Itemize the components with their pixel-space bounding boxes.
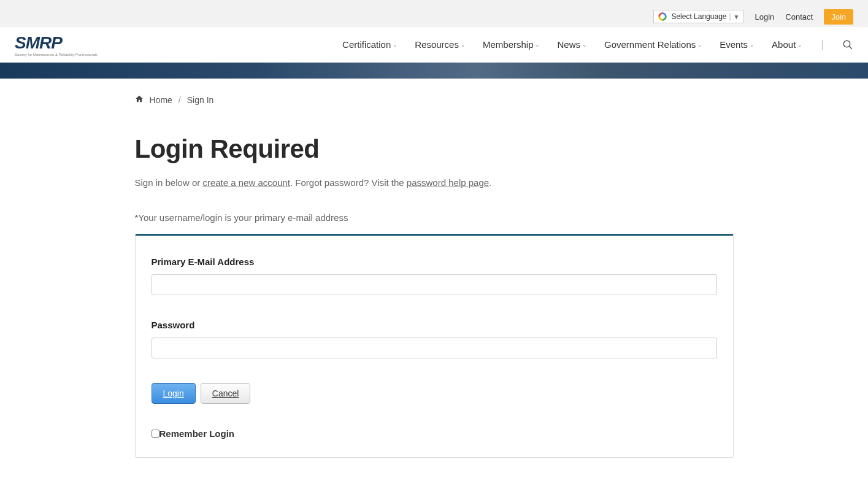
chevron-down-icon: ⌄ — [393, 42, 398, 48]
nav-items: Certification⌄ Resources⌄ Membership⌄ Ne… — [342, 38, 853, 51]
chevron-down-icon: ⌄ — [582, 42, 587, 48]
nav-certification[interactable]: Certification⌄ — [342, 39, 398, 50]
divider: | — [729, 12, 731, 21]
instruction-text: Sign in below or create a new account. F… — [135, 177, 734, 188]
page-title: Login Required — [135, 134, 734, 164]
language-label: Select Language — [671, 12, 726, 21]
logo[interactable]: SMRP Society for Maintenance & Reliabili… — [15, 33, 98, 56]
email-field[interactable] — [152, 274, 717, 295]
caret-down-icon: ▼ — [734, 14, 740, 20]
password-help-link[interactable]: password help page — [407, 177, 489, 188]
password-field[interactable] — [152, 338, 717, 358]
nav-resources[interactable]: Resources⌄ — [415, 39, 466, 50]
remember-label: Remember Login — [159, 428, 235, 439]
nav-separator: | — [821, 38, 824, 51]
create-account-link[interactable]: create a new account — [202, 177, 290, 188]
nav-news[interactable]: News⌄ — [557, 39, 587, 50]
username-note: *Your username/login is your primary e-m… — [135, 212, 734, 223]
svg-line-1 — [849, 46, 852, 49]
cancel-button[interactable]: Cancel — [201, 383, 251, 404]
top-strip — [0, 0, 868, 6]
hero-banner — [0, 63, 868, 79]
chevron-down-icon: ⌄ — [461, 42, 466, 48]
chevron-down-icon: ⌄ — [535, 42, 540, 48]
remember-checkbox[interactable] — [152, 430, 159, 438]
home-icon[interactable] — [135, 95, 144, 105]
chevron-down-icon: ⌄ — [750, 42, 755, 48]
breadcrumb-separator: / — [179, 95, 181, 105]
breadcrumb-current: Sign In — [187, 95, 214, 105]
search-icon[interactable] — [842, 39, 853, 50]
chevron-down-icon: ⌄ — [697, 42, 702, 48]
google-translate-icon — [658, 12, 667, 21]
password-label: Password — [152, 320, 717, 330]
nav-government-relations[interactable]: Government Relations⌄ — [604, 39, 702, 50]
join-button[interactable]: Join — [824, 9, 853, 25]
logo-tagline: Society for Maintenance & Reliability Pr… — [15, 53, 98, 56]
breadcrumb: Home / Sign In — [135, 79, 734, 105]
svg-point-0 — [843, 41, 850, 47]
nav-events[interactable]: Events⌄ — [720, 39, 755, 50]
chevron-down-icon: ⌄ — [797, 42, 802, 48]
email-label: Primary E-Mail Address — [152, 257, 717, 267]
breadcrumb-home[interactable]: Home — [150, 95, 172, 105]
main-nav: SMRP Society for Maintenance & Reliabili… — [0, 27, 868, 63]
login-card: Primary E-Mail Address Password Login Ca… — [135, 234, 734, 458]
nav-membership[interactable]: Membership⌄ — [483, 39, 540, 50]
logo-text: SMRP — [15, 33, 62, 52]
contact-link[interactable]: Contact — [785, 12, 813, 21]
login-button[interactable]: Login — [152, 383, 196, 404]
language-selector[interactable]: Select Language | ▼ — [653, 10, 743, 23]
nav-about[interactable]: About⌄ — [772, 39, 802, 50]
utility-bar: Select Language | ▼ Login Contact Join — [0, 6, 868, 27]
login-link[interactable]: Login — [755, 12, 775, 21]
